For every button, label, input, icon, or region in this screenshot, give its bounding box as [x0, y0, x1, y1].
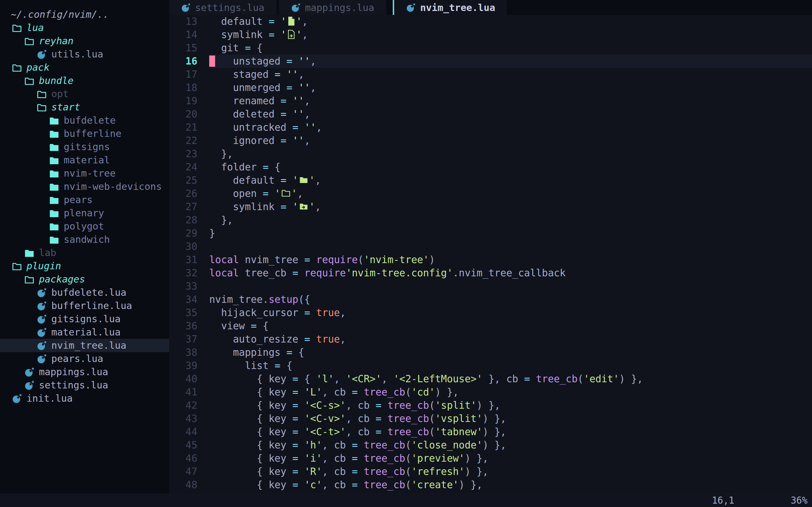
code-line-22[interactable]: 22 ignored = '', [169, 134, 812, 147]
tree-root-path[interactable]: ~/.config/nvim/.. [0, 8, 169, 21]
tree-item-lab[interactable]: lab [0, 246, 169, 260]
code-line-16[interactable]: 16 unstaged = '', [169, 55, 812, 68]
line-number: 14 [169, 28, 197, 41]
tree-item-lua[interactable]: lua [0, 21, 169, 34]
code-line-29[interactable]: 29} [169, 227, 812, 240]
code-line-35[interactable]: 35 hijack_cursor = true, [169, 306, 812, 320]
code-text: open = '', [209, 187, 812, 200]
tree-item-polygot[interactable]: polygot [0, 220, 169, 233]
tree-item-bufdelete.lua[interactable]: bufdelete.lua [0, 286, 169, 299]
code-text: deleted = '', [209, 108, 812, 121]
tree-item-bufdelete[interactable]: bufdelete [0, 114, 169, 127]
tree-item-pack[interactable]: pack [0, 61, 169, 74]
tree-item-nvim-tree[interactable]: nvim-tree [0, 167, 169, 180]
lua-icon [37, 49, 47, 59]
code-line-15[interactable]: 15 git = { [169, 41, 812, 55]
code-line-39[interactable]: 39 list = { [169, 359, 812, 372]
tab-bar: settings.luamappings.luanvim_tree.lua [169, 0, 812, 15]
tree-item-label: pears.lua [51, 352, 103, 365]
tree-item-pears.lua[interactable]: pears.lua [0, 352, 169, 365]
code-line-30[interactable]: 30 [169, 240, 812, 253]
code-line-47[interactable]: 47 { key = 'R', cb = tree_cb('refresh') … [169, 465, 812, 478]
code-line-32[interactable]: 32local tree_cb = require'nvim-tree.conf… [169, 267, 812, 280]
tree-item-gitsigns[interactable]: gitsigns [0, 140, 169, 154]
line-number: 43 [169, 412, 197, 425]
code-editor[interactable]: 13 default = '',14 symlink = '',15 git =… [169, 15, 812, 494]
tab-label: nvim_tree.lua [420, 2, 495, 13]
code-line-38[interactable]: 38 mappings = { [169, 346, 812, 359]
tree-item-bufferline[interactable]: bufferline [0, 127, 169, 140]
tree-item-label: plenary [64, 207, 104, 220]
code-text: git = { [209, 41, 812, 55]
code-line-20[interactable]: 20 deleted = '', [169, 108, 812, 121]
tree-item-packages[interactable]: packages [0, 273, 169, 286]
tree-item-label: nvim_tree.lua [51, 339, 126, 352]
code-line-45[interactable]: 45 { key = 'h', cb = tree_cb('close_node… [169, 439, 812, 452]
code-line-14[interactable]: 14 symlink = '', [169, 28, 812, 41]
code-line-27[interactable]: 27 symlink = '', [169, 200, 812, 214]
code-line-28[interactable]: 28 }, [169, 214, 812, 227]
tree-item-start[interactable]: start [0, 101, 169, 114]
code-line-17[interactable]: 17 staged = '', [169, 68, 812, 81]
line-number: 42 [169, 399, 197, 412]
code-line-13[interactable]: 13 default = '', [169, 15, 812, 28]
code-line-23[interactable]: 23 }, [169, 147, 812, 161]
code-line-36[interactable]: 36 view = { [169, 320, 812, 333]
code-text: }, [209, 214, 812, 227]
tree-item-material[interactable]: material [0, 154, 169, 167]
code-text [209, 280, 812, 293]
code-line-18[interactable]: 18 unmerged = '', [169, 81, 812, 94]
line-number: 15 [169, 41, 197, 55]
line-number: 36 [169, 320, 197, 333]
code-line-31[interactable]: 31local nvim_tree = require('nvim-tree') [169, 253, 812, 267]
code-line-34[interactable]: 34nvim_tree.setup({ [169, 293, 812, 306]
tree-item-material.lua[interactable]: material.lua [0, 326, 169, 339]
lua-icon [37, 327, 47, 337]
code-line-41[interactable]: 41 { key = 'L', cb = tree_cb('cd') }, [169, 386, 812, 399]
code-text: mappings = { [209, 346, 812, 359]
tab-nvim_tree.lua[interactable]: nvim_tree.lua [394, 0, 507, 15]
code-line-25[interactable]: 25 default = '', [169, 174, 812, 187]
tree-item-settings.lua[interactable]: settings.lua [0, 379, 169, 392]
code-line-26[interactable]: 26 open = '', [169, 187, 812, 200]
code-line-33[interactable]: 33 [169, 280, 812, 293]
tree-item-label: reyhan [39, 34, 73, 48]
code-line-42[interactable]: 42 { key = '<C-s>', cb = tree_cb('split'… [169, 399, 812, 412]
code-line-37[interactable]: 37 auto_resize = true, [169, 333, 812, 346]
tree-item-nvim-web-devicons[interactable]: nvim-web-devicons [0, 180, 169, 193]
tree-item-init.lua[interactable]: init.lua [0, 392, 169, 405]
tree-item-label: utils.lua [51, 48, 103, 61]
code-line-44[interactable]: 44 { key = '<C-t>', cb = tree_cb('tabnew… [169, 425, 812, 439]
line-number: 20 [169, 108, 197, 121]
lua-icon [37, 301, 47, 311]
code-line-40[interactable]: 40 { key = { 'l', '<CR>', '<2-LeftMouse>… [169, 372, 812, 386]
tab-label: mappings.lua [305, 2, 374, 13]
line-number: 32 [169, 267, 197, 280]
code-text [209, 240, 812, 253]
tree-item-utils.lua[interactable]: utils.lua [0, 48, 169, 61]
tree-item-nvim_tree.lua[interactable]: nvim_tree.lua [0, 339, 169, 352]
code-line-48[interactable]: 48 { key = 'c', cb = tree_cb('create') }… [169, 478, 812, 492]
tab-mappings.lua[interactable]: mappings.lua [279, 0, 386, 15]
code-line-21[interactable]: 21 untracked = '', [169, 121, 812, 134]
tree-item-bufferline.lua[interactable]: bufferline.lua [0, 299, 169, 313]
nvim-window: ~/.config/nvim/..luareyhanutils.luapackb… [0, 0, 812, 507]
code-line-24[interactable]: 24 folder = { [169, 161, 812, 174]
tree-item-plugin[interactable]: plugin [0, 260, 169, 273]
tab-settings.lua[interactable]: settings.lua [169, 0, 276, 15]
tree-item-mappings.lua[interactable]: mappings.lua [0, 365, 169, 379]
tree-item-sandwich[interactable]: sandwich [0, 233, 169, 246]
tree-item-gitsigns.lua[interactable]: gitsigns.lua [0, 313, 169, 326]
tree-item-reyhan[interactable]: reyhan [0, 34, 169, 48]
code-line-19[interactable]: 19 renamed = '', [169, 94, 812, 108]
tree-item-opt[interactable]: opt [0, 87, 169, 101]
code-line-46[interactable]: 46 { key = 'i', cb = tree_cb('preview') … [169, 452, 812, 465]
tree-item-plenary[interactable]: plenary [0, 207, 169, 220]
file-symlink-icon [287, 29, 296, 40]
tree-item-label: start [51, 101, 80, 114]
code-text: { key = 'R', cb = tree_cb('refresh') }, [209, 465, 812, 478]
line-number: 29 [169, 227, 197, 240]
code-line-43[interactable]: 43 { key = '<C-v>', cb = tree_cb('vsplit… [169, 412, 812, 425]
tree-item-pears[interactable]: pears [0, 193, 169, 207]
tree-item-bundle[interactable]: bundle [0, 74, 169, 87]
